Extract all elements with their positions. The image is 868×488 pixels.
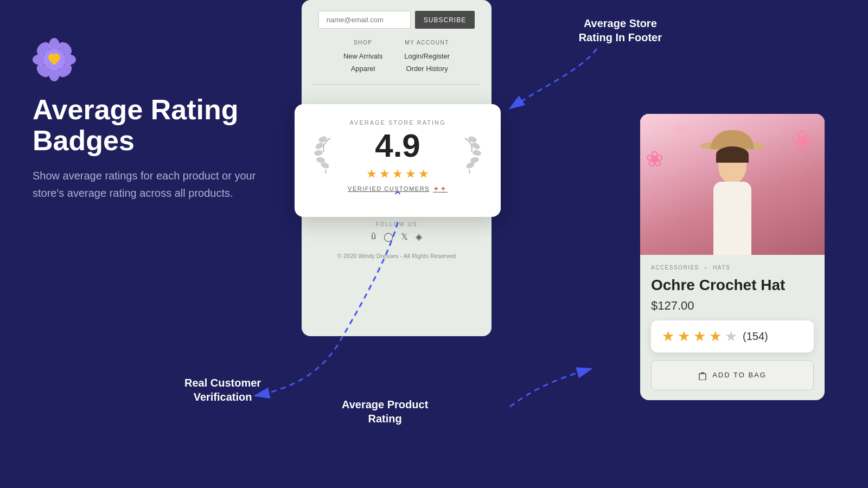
- product-star-3: ★: [693, 328, 706, 345]
- product-breadcrumb: ACCESSORIES › HATS: [651, 265, 814, 271]
- account-column: MY ACCOUNT Login/Register Order History: [404, 40, 450, 75]
- chevron-up-icon: ⌃: [314, 189, 481, 204]
- star-1: ★: [366, 167, 377, 181]
- shop-column: SHOP New Arrivals Apparel: [343, 40, 382, 75]
- person-silhouette: [689, 125, 776, 255]
- verified-label: VERIFIED CUSTOMERS: [348, 185, 430, 192]
- main-title: Average Rating Badges: [33, 94, 266, 156]
- account-link-orders[interactable]: Order History: [404, 62, 450, 75]
- product-star-5-empty: ★: [725, 328, 737, 345]
- store-rating-badge: AVERAGE STORE RATING 4.9 ★ ★ ★ ★ ★ VERIF…: [295, 104, 501, 217]
- product-price: $127.00: [651, 299, 814, 313]
- star-3: ★: [392, 167, 403, 181]
- pinterest-icon[interactable]: ◈: [416, 232, 422, 242]
- footer-copyright: © 2020 Windy Dresses - All Rights Reserv…: [337, 253, 456, 259]
- breadcrumb-hats: HATS: [713, 265, 730, 271]
- store-footer-top: SUBSCRIBE SHOP New Arrivals Apparel MY A…: [312, 11, 481, 85]
- product-name: Ochre Crochet Hat: [651, 276, 814, 294]
- store-rating-label: AVERAGE STORE RATING: [345, 119, 450, 126]
- breadcrumb-accessories: ACCESSORIES: [651, 265, 699, 271]
- instagram-icon[interactable]: ◯: [384, 232, 393, 242]
- star-5: ★: [418, 167, 429, 181]
- email-row: SUBSCRIBE: [318, 11, 475, 29]
- annotation-store-rating: Average StoreRating In Footer: [579, 16, 662, 44]
- product-image: ❀ ❀ ❀: [640, 114, 825, 255]
- svg-point-11: [314, 150, 323, 157]
- laurel-left-icon: [314, 133, 339, 179]
- left-panel: Average Rating Badges Show average ratin…: [33, 38, 266, 202]
- product-info: ACCESSORIES › HATS Ochre Crochet Hat $12…: [640, 255, 825, 400]
- bag-icon: [698, 370, 707, 380]
- wm-logo-icon: ✦✦: [433, 184, 448, 193]
- product-rating-count: (154): [743, 330, 768, 343]
- svg-rect-19: [699, 374, 706, 380]
- product-star-4: ★: [709, 328, 722, 345]
- twitter-icon[interactable]: 𝕏: [401, 232, 408, 242]
- product-star-2: ★: [678, 328, 690, 345]
- annotation-product-rating: Average ProductRating: [342, 397, 428, 426]
- badge-content: AVERAGE STORE RATING 4.9 ★ ★ ★ ★ ★ VERIF…: [345, 119, 450, 193]
- footer-links: SHOP New Arrivals Apparel MY ACCOUNT Log…: [312, 40, 481, 75]
- shop-heading: SHOP: [343, 40, 382, 46]
- svg-point-9: [318, 136, 328, 144]
- flower-decor-2: ❀: [646, 146, 664, 171]
- svg-point-14: [468, 136, 477, 144]
- account-link-login[interactable]: Login/Register: [404, 50, 450, 62]
- star-4: ★: [405, 167, 416, 181]
- flower-decor-3: ❀: [673, 119, 686, 138]
- star-2: ★: [379, 167, 390, 181]
- laurel-right-icon: [457, 133, 481, 179]
- product-rating-badge: ★ ★ ★ ★ ★ (154): [651, 320, 814, 352]
- subscribe-button[interactable]: SUBSCRIBE: [415, 11, 475, 29]
- badge-inner: AVERAGE STORE RATING 4.9 ★ ★ ★ ★ ★ VERIF…: [314, 119, 481, 193]
- annotation-verification: Real CustomerVerification: [184, 376, 261, 404]
- flower-decor: ❀: [791, 125, 814, 156]
- flower-heart-icon: [33, 38, 76, 81]
- social-icons: û ◯ 𝕏 ◈: [371, 232, 422, 242]
- footer-social: FOLLOW US û ◯ 𝕏 ◈: [371, 221, 422, 242]
- add-to-bag-button[interactable]: ADD TO BAG: [651, 360, 814, 390]
- body: [713, 182, 751, 255]
- account-heading: MY ACCOUNT: [404, 40, 450, 46]
- follow-label: FOLLOW US: [371, 221, 422, 227]
- store-rating-number: 4.9: [345, 128, 450, 164]
- email-input[interactable]: [318, 11, 411, 29]
- breadcrumb-separator: ›: [705, 265, 710, 271]
- main-description: Show average ratings for each product or…: [33, 167, 266, 202]
- shop-link-apparel[interactable]: Apparel: [343, 62, 382, 75]
- hair: [716, 146, 749, 163]
- add-to-bag-label: ADD TO BAG: [712, 371, 767, 379]
- store-stars-row: ★ ★ ★ ★ ★: [345, 167, 450, 181]
- product-card: ❀ ❀ ❀ ACCESSORIES › HATS Ochre Crochet H…: [640, 114, 825, 400]
- svg-point-16: [472, 150, 481, 157]
- product-star-1: ★: [662, 328, 674, 345]
- facebook-icon[interactable]: û: [371, 232, 376, 242]
- shop-link-new-arrivals[interactable]: New Arrivals: [343, 50, 382, 62]
